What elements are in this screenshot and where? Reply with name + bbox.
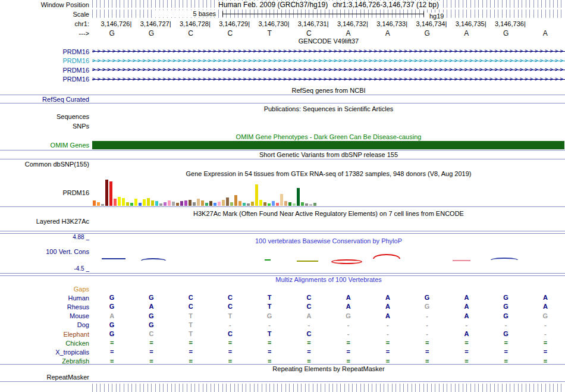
expression-bar[interactable] — [305, 203, 308, 206]
sequence-base: G — [131, 29, 171, 37]
alignment-base: C — [289, 302, 328, 311]
expression-bar[interactable] — [197, 199, 200, 206]
gencode-track-label[interactable]: PRDM16 — [0, 76, 89, 83]
expression-bar[interactable] — [276, 203, 279, 206]
expression-bar[interactable] — [218, 202, 221, 206]
expression-bar[interactable] — [268, 203, 271, 206]
expression-bar[interactable] — [201, 200, 204, 206]
expression-bar[interactable] — [184, 200, 187, 206]
expression-bar[interactable] — [209, 201, 212, 206]
expression-bar[interactable] — [226, 197, 229, 206]
expression-bar[interactable] — [168, 200, 171, 206]
expression-bar[interactable] — [189, 200, 192, 206]
expression-bar[interactable] — [243, 203, 246, 206]
expression-bar[interactable] — [159, 203, 162, 206]
expression-bar[interactable] — [313, 203, 316, 206]
conservation-track[interactable] — [92, 244, 565, 272]
expression-bar[interactable] — [247, 203, 250, 206]
multiz-row[interactable]: HumanGGCCTCAAGAGA — [0, 293, 565, 302]
strand-arrow-glyphs: >>>>>>>>>>>>>>>>>>>>>>>>>>>>>>>>>>>>>>>>… — [92, 66, 565, 74]
species-label[interactable]: Mouse — [0, 312, 89, 319]
species-label[interactable]: Rhesus — [0, 303, 89, 311]
expression-bar[interactable] — [259, 200, 262, 206]
repeatmasker-track-label[interactable]: RepeatMasker — [0, 374, 89, 381]
expression-bar[interactable] — [193, 202, 196, 206]
sequences-track-label[interactable]: Sequences — [0, 113, 89, 120]
expression-bar[interactable] — [180, 201, 183, 206]
gencode-transcript-row[interactable]: PRDM16>>>>>>>>>>>>>>>>>>>>>>>>>>>>>>>>>>… — [0, 75, 565, 84]
alignment-base: A — [447, 330, 486, 338]
expression-bar[interactable] — [284, 201, 287, 206]
expression-bar[interactable] — [214, 203, 216, 206]
expression-bar[interactable] — [297, 188, 300, 206]
expression-bar[interactable] — [126, 202, 129, 206]
dbsnp-track-label[interactable]: Common dbSNP(155) — [0, 161, 89, 168]
multiz-row[interactable]: RhesusGACCTCAAGAGA — [0, 302, 565, 311]
expression-bar[interactable] — [293, 203, 296, 206]
expression-bar[interactable] — [105, 180, 108, 206]
expression-bar[interactable] — [164, 202, 167, 206]
snps-track-label[interactable]: SNPs — [0, 123, 89, 130]
expression-bar[interactable] — [222, 200, 225, 206]
expression-bar[interactable] — [147, 198, 150, 206]
expression-bar[interactable] — [288, 202, 291, 206]
gtex-bar-chart[interactable] — [93, 178, 319, 206]
expression-bar[interactable] — [143, 199, 146, 206]
expression-bar[interactable] — [130, 203, 133, 206]
expression-bar[interactable] — [109, 181, 112, 206]
omim-genes-label[interactable]: OMIM Genes — [0, 142, 89, 149]
expression-bar[interactable] — [97, 202, 100, 206]
expression-bar[interactable] — [155, 201, 158, 206]
ruler-minor-ticks-bottom[interactable] — [92, 384, 565, 392]
multiz-row[interactable]: ElephantGCTCTC---AG- — [0, 330, 565, 338]
gencode-transcript-row[interactable]: PRDM16>>>>>>>>>>>>>>>>>>>>>>>>>>>>>>>>>>… — [0, 65, 565, 75]
multiz-row[interactable]: X_tropicalis============ — [0, 347, 565, 356]
expression-bar[interactable] — [118, 197, 121, 206]
multiz-row[interactable]: Chicken============ — [0, 338, 565, 347]
expression-bar[interactable] — [301, 202, 304, 206]
position-label: 3,146,730| — [250, 20, 289, 29]
h3k27ac-track-label[interactable]: Layered H3K27Ac — [0, 218, 89, 225]
expression-bar[interactable] — [230, 202, 233, 206]
species-label[interactable]: X_tropicalis — [0, 349, 89, 356]
expression-bar[interactable] — [272, 201, 275, 206]
species-label[interactable]: Gaps — [0, 286, 89, 293]
expression-bar[interactable] — [172, 202, 175, 206]
species-label[interactable]: Elephant — [0, 331, 89, 338]
multiz-row[interactable]: DogGGT--------- — [0, 321, 565, 330]
species-label[interactable]: Human — [0, 294, 89, 302]
expression-bar[interactable] — [93, 200, 96, 206]
expression-bar[interactable] — [280, 194, 283, 206]
gencode-track-label[interactable]: PRDM16 — [0, 48, 89, 55]
species-label[interactable]: Dog — [0, 321, 89, 328]
expression-bar[interactable] — [238, 201, 241, 206]
expression-bar[interactable] — [122, 198, 125, 206]
expression-bar[interactable] — [139, 203, 142, 206]
expression-bar[interactable] — [255, 184, 258, 206]
expression-bar[interactable] — [309, 204, 312, 206]
expression-bar[interactable] — [114, 199, 117, 206]
expression-bar[interactable] — [134, 199, 137, 206]
omim-gene-bar[interactable] — [92, 141, 564, 149]
gtex-gene-label[interactable]: PRDM16 — [0, 189, 89, 196]
position-labels-row[interactable]: 3,146,726|3,146,727|3,146,728|3,146,729|… — [92, 20, 565, 29]
species-label[interactable]: Chicken — [0, 340, 89, 347]
gencode-transcript-row[interactable]: PRDM16>>>>>>>>>>>>>>>>>>>>>>>>>>>>>>>>>>… — [0, 47, 565, 57]
conservation-track-label[interactable]: 100 Vert. Cons — [0, 248, 89, 255]
expression-bar[interactable] — [234, 195, 237, 206]
expression-bar[interactable] — [251, 202, 254, 206]
expression-bar[interactable] — [151, 200, 154, 206]
expression-bar[interactable] — [205, 203, 208, 206]
alignment-base: T — [250, 293, 289, 302]
multiz-row[interactable]: MouseAGTTGAGA-AGG — [0, 312, 565, 321]
expression-bar[interactable] — [263, 202, 266, 206]
gencode-track-label[interactable]: PRDM16 — [0, 57, 89, 64]
expression-bar[interactable] — [176, 203, 179, 206]
refseq-curated-label[interactable]: RefSeq Curated — [0, 96, 89, 103]
gencode-track-label[interactable]: PRDM16 — [0, 67, 89, 74]
gencode-transcript-row[interactable]: PRDM16>>>>>>>>>>>>>>>>>>>>>>>>>>>>>>>>>>… — [0, 57, 565, 66]
multiz-row[interactable]: Gaps — [0, 284, 565, 293]
window-position-label: Window Position — [0, 1, 89, 8]
track-separator — [0, 150, 565, 150]
expression-bar[interactable] — [101, 204, 104, 206]
